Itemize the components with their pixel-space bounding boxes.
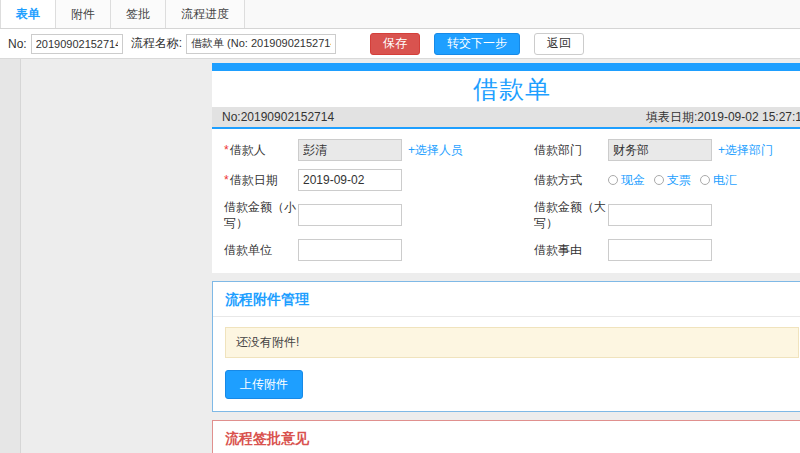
forward-next-step-button[interactable]: 转交下一步 [434,33,520,55]
fill-date: 填表日期:2019-09-02 15:27:1 [646,109,800,126]
page-title: 借款单 [473,73,551,106]
approval-title: 流程签批意见 [213,421,800,453]
tab-form[interactable]: 表单 [0,0,56,28]
reason-label-text: 借款事由 [534,243,582,257]
no-attachments-notice: 还没有附件! [225,327,799,358]
radio-icon [608,175,618,185]
form-row: 借款金额（小写） 借款金额（大写） [212,195,800,235]
reason-input[interactable] [608,239,712,261]
attachments-title: 流程附件管理 [213,282,800,317]
back-button[interactable]: 返回 [534,33,584,55]
amount-upper-label-text: 借款金额（大写） [534,200,606,230]
tab-attachments[interactable]: 附件 [56,0,111,28]
tab-bar: 表单 附件 签批 流程进度 [0,0,800,29]
content-area: 借款单 No:20190902152714 填表日期:2019-09-02 15… [0,59,800,453]
department-label: 借款部门 [534,142,608,158]
document-number: No:20190902152714 [222,110,334,124]
department-field: +选择部门 [608,139,773,161]
amount-lower-input[interactable] [298,204,402,226]
card-top-accent-bar [212,63,800,71]
unit-label-text: 借款单位 [224,243,272,257]
radio-icon [700,175,710,185]
borrower-label-text: 借款人 [230,143,266,157]
amount-upper-field [608,204,712,226]
command-toolbar: No: 流程名称: 保存 转交下一步 返回 [0,29,800,59]
form-fields: *借款人 +选择人员 借款部门 +选择部门 [212,129,800,273]
document-column: 借款单 No:20190902152714 填表日期:2019-09-02 15… [212,63,800,453]
process-name-label: 流程名称: [131,35,182,52]
document-info-bar: No:20190902152714 填表日期:2019-09-02 15:27:… [212,107,800,127]
loan-date-label: *借款日期 [224,172,298,188]
loan-form-card: 借款单 No:20190902152714 填表日期:2019-09-02 15… [212,63,800,273]
title-area: 借款单 [212,71,800,107]
department-input[interactable] [608,139,712,161]
radio-option-cash[interactable]: 现金 [608,172,645,189]
process-name-input[interactable] [186,34,336,54]
borrower-input[interactable] [298,139,402,161]
radio-label-cheque: 支票 [667,172,691,189]
radio-label-wire: 电汇 [713,172,737,189]
unit-input[interactable] [298,239,402,261]
unit-field [298,239,522,261]
loan-date-input[interactable] [298,169,402,191]
radio-option-wire[interactable]: 电汇 [700,172,737,189]
method-field: 现金 支票 电汇 [608,172,746,189]
borrower-label: *借款人 [224,142,298,158]
no-label: No: [8,37,27,51]
department-label-text: 借款部门 [534,143,582,157]
loan-date-field [298,169,522,191]
method-label: 借款方式 [534,172,608,188]
form-row: 借款单位 借款事由 [212,235,800,265]
required-mark: * [224,173,229,187]
no-input[interactable] [31,34,123,54]
amount-upper-input[interactable] [608,204,712,226]
save-button[interactable]: 保存 [370,33,420,55]
amount-lower-label-text: 借款金额（小写） [224,200,296,230]
form-row: *借款人 +选择人员 借款部门 +选择部门 [212,135,800,165]
borrower-field: +选择人员 [298,139,522,161]
radio-label-cash: 现金 [621,172,645,189]
radio-icon [654,175,664,185]
attachments-card: 流程附件管理 还没有附件! 上传附件 [212,281,800,412]
amount-lower-field [298,204,522,226]
select-department-link[interactable]: +选择部门 [718,142,773,159]
reason-label: 借款事由 [534,242,608,258]
amount-upper-label: 借款金额（大写） [534,199,608,231]
select-person-link[interactable]: +选择人员 [408,142,463,159]
required-mark: * [224,143,229,157]
reason-field [608,239,712,261]
form-row: *借款日期 借款方式 现金 支票 电汇 [212,165,800,195]
amount-lower-label: 借款金额（小写） [224,199,298,231]
tab-process-progress[interactable]: 流程进度 [166,0,245,28]
tab-approval[interactable]: 签批 [111,0,166,28]
upload-attachment-button[interactable]: 上传附件 [225,370,303,399]
radio-option-cheque[interactable]: 支票 [654,172,691,189]
method-label-text: 借款方式 [534,173,582,187]
loan-date-label-text: 借款日期 [230,173,278,187]
collapsed-sidebar-strip [0,59,21,453]
approval-card: 流程签批意见 B I abc ✎ ∞ ⚑ [212,420,800,453]
unit-label: 借款单位 [224,242,298,258]
